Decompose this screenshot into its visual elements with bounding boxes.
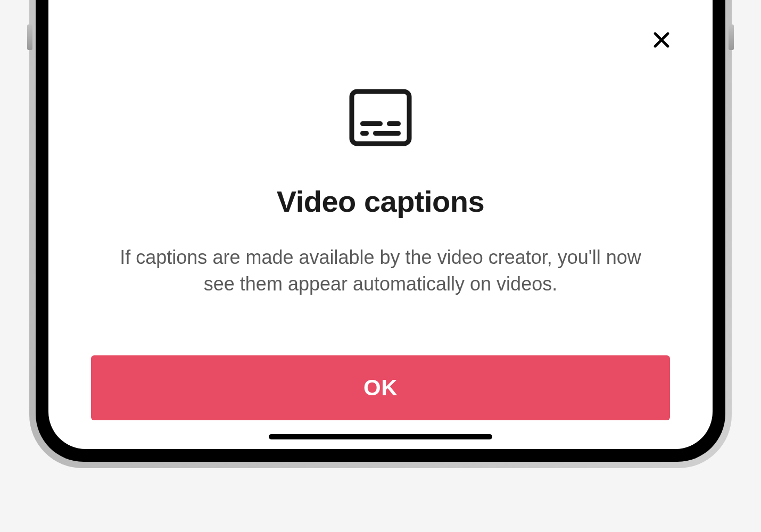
ok-button-label: OK [363,375,398,400]
video-captions-modal: Video captions If captions are made avai… [48,9,713,420]
device-side-notch [729,24,734,50]
home-indicator[interactable] [269,434,492,439]
device-side-notch [27,24,32,50]
svg-rect-5 [360,131,369,136]
svg-rect-2 [352,92,409,144]
svg-rect-4 [387,121,401,126]
close-icon [652,30,671,51]
svg-rect-6 [373,131,401,136]
svg-rect-3 [360,121,383,126]
ok-button[interactable]: OK [91,355,670,420]
modal-title: Video captions [91,184,670,219]
captions-icon [91,88,670,147]
phone-screen: Video captions If captions are made avai… [48,0,713,449]
phone-device-frame: Video captions If captions are made avai… [29,0,732,468]
modal-body-text: If captions are made available by the vi… [91,244,670,297]
phone-device-inner: Video captions If captions are made avai… [36,0,725,462]
close-button[interactable] [649,28,674,53]
